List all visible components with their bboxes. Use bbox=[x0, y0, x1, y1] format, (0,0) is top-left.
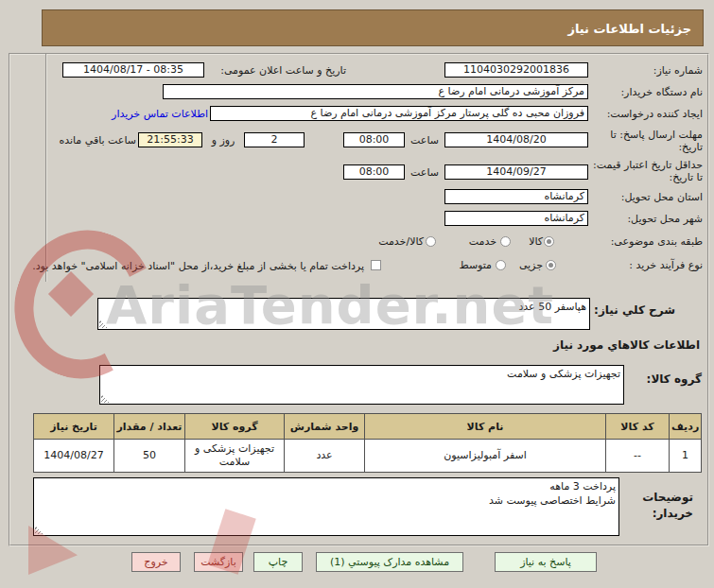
radio-minor[interactable] bbox=[546, 260, 556, 270]
col-need-date: تاریخ نیاز bbox=[34, 414, 114, 440]
col-quantity: تعداد / مقدار bbox=[114, 414, 185, 440]
process-type-label: نوع فرآیند خرید : bbox=[629, 259, 703, 271]
notes-line1: پرداخت 3 ماهه bbox=[37, 480, 616, 493]
notes-label-line1: توضیحات bbox=[642, 491, 693, 504]
group-text: تجهیزات پزشکی و سلامت bbox=[103, 368, 620, 381]
col-row: ردیف bbox=[670, 414, 702, 440]
radio-service-label: خدمت bbox=[457, 235, 496, 248]
summary-text: هپاسفر 50 عدد bbox=[101, 301, 586, 314]
hours-remaining-label: ساعت باقي مانده bbox=[49, 134, 136, 147]
summary-label: شرح كلي نیاز: bbox=[594, 303, 675, 317]
radio-medium[interactable] bbox=[496, 260, 506, 270]
summary-textarea[interactable]: هپاسفر 50 عدد bbox=[97, 298, 590, 330]
radio-goods[interactable] bbox=[544, 236, 554, 247]
cell-need-date: 1404/08/27 bbox=[34, 440, 114, 473]
notes-line2: شرایط اختصاصی پیوست شد bbox=[37, 494, 616, 508]
deadline-label: مهلت ارسال پاسخ: تا تاریخ: bbox=[591, 129, 703, 153]
city-field[interactable]: کرمانشاه bbox=[444, 211, 588, 226]
creator-field[interactable]: فروزان محبی ده گلی پرستار مرکز آموزشی در… bbox=[210, 106, 588, 121]
buyer-org-label: نام دستگاه خریدار: bbox=[620, 86, 703, 98]
need-number-field[interactable]: 1104030292001836 bbox=[444, 62, 588, 78]
resize-handle-icon[interactable] bbox=[35, 526, 44, 534]
classification-label: طبقه بندی موضوعی: bbox=[611, 235, 703, 248]
group-textarea[interactable]: تجهیزات پزشکی و سلامت bbox=[99, 365, 624, 405]
radio-goods-service-label: کالا/خدمت bbox=[369, 235, 424, 248]
validity-hour-label: ساعت bbox=[407, 166, 443, 179]
creator-label: ایجاد کننده درخواست: bbox=[607, 108, 703, 120]
deadline-date-field[interactable]: 1404/08/20 bbox=[444, 132, 588, 147]
col-item-group: گروه کالا bbox=[185, 414, 285, 440]
city-label: شهر محل تحویل: bbox=[627, 213, 703, 225]
validity-date-field[interactable]: 1404/09/27 bbox=[444, 164, 588, 180]
radio-minor-label: جزیی bbox=[516, 259, 543, 271]
cell-unit: عدد bbox=[285, 440, 365, 473]
resize-handle-icon[interactable] bbox=[101, 394, 110, 403]
buyer-contact-link[interactable]: اطلاعات تماس خریدار bbox=[100, 108, 208, 120]
respond-button[interactable]: پاسخ به نياز bbox=[495, 552, 597, 572]
days-and-label: روز و bbox=[204, 134, 242, 147]
treasury-checkbox[interactable] bbox=[371, 260, 381, 270]
announce-datetime-field[interactable]: 1404/08/17 - 08:35 bbox=[62, 62, 204, 78]
need-number-label: شماره نیاز: bbox=[653, 64, 703, 77]
cell-item-code: -- bbox=[606, 440, 670, 473]
group-label: گروه کالا: bbox=[647, 372, 702, 386]
goods-table: ردیف کد کالا نام کالا واحد شمارش گروه کا… bbox=[33, 413, 702, 473]
exit-button[interactable]: خروج bbox=[131, 552, 181, 572]
view-attachments-button[interactable]: مشاهده مدارک پیوستي (1) bbox=[316, 552, 463, 572]
buyer-org-field[interactable]: مرکز آموزشی درمانی امام رضا ع bbox=[163, 84, 588, 99]
print-button[interactable]: چاپ bbox=[253, 552, 303, 572]
cell-row: 1 bbox=[670, 440, 702, 473]
treasury-note: پرداخت تمام یا بخشی از مبلغ خرید،از محل … bbox=[26, 260, 364, 272]
col-unit: واحد شمارش bbox=[285, 414, 365, 440]
radio-medium-label: متوسط bbox=[448, 259, 492, 271]
radio-goods-label: کالا bbox=[518, 235, 543, 248]
radio-service[interactable] bbox=[500, 236, 511, 247]
countdown-field: 21:55:33 bbox=[138, 132, 202, 147]
announce-datetime-label: تاریخ و ساعت اعلان عمومی: bbox=[206, 64, 346, 77]
radio-goods-service[interactable] bbox=[426, 236, 436, 247]
back-button[interactable]: بازگشت bbox=[194, 552, 243, 572]
notes-label-line2: خریدار: bbox=[653, 507, 693, 520]
cell-item-name: اسفر آمبولیزاسیون bbox=[365, 440, 606, 473]
validity-time-field[interactable]: 08:00 bbox=[343, 164, 405, 180]
col-item-name: نام کالا bbox=[365, 414, 606, 440]
deadline-time-field[interactable]: 08:00 bbox=[343, 132, 405, 147]
col-item-code: کد کالا bbox=[606, 414, 670, 440]
page-title: جزئیات اطلاعات نیاز bbox=[42, 9, 704, 46]
cell-item-group: تجهیزات پزشکی و سلامت bbox=[185, 440, 285, 473]
table-header-row: ردیف کد کالا نام کالا واحد شمارش گروه کا… bbox=[34, 414, 702, 440]
resize-handle-icon[interactable] bbox=[99, 320, 108, 328]
table-row: 1 -- اسفر آمبولیزاسیون عدد تجهیزات پزشکی… bbox=[34, 440, 702, 473]
days-remaining-field[interactable]: 2 bbox=[244, 132, 305, 147]
cell-quantity: 50 bbox=[114, 440, 185, 473]
province-field[interactable]: کرمانشاه bbox=[444, 189, 588, 204]
inner-divider bbox=[45, 54, 47, 282]
notes-textarea[interactable]: پرداخت 3 ماهه شرایط اختصاصی پیوست شد bbox=[33, 477, 619, 536]
deadline-hour-label: ساعت bbox=[407, 134, 443, 147]
province-label: استان محل تحویل: bbox=[621, 191, 703, 203]
goods-section-header: اطلاعات كالاهاي مورد نیاز bbox=[553, 338, 700, 352]
validity-label: حداقل تاریخ اعتبار قیمت: تا تاریخ: bbox=[591, 159, 703, 183]
